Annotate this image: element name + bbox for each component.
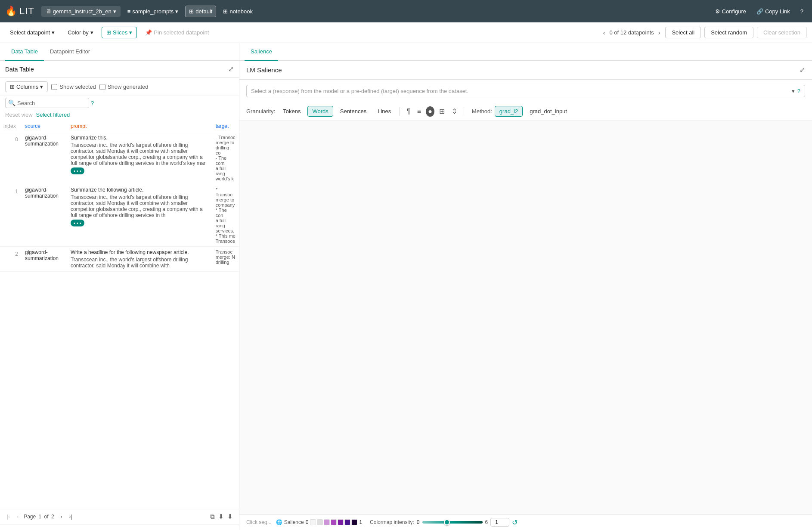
next-page-btn[interactable]: › xyxy=(657,28,662,37)
layout-default-btn[interactable]: ⊞ default xyxy=(185,6,216,17)
search-container: 🔍 xyxy=(5,98,89,108)
prompt-short-0: Summarize this. xyxy=(71,135,209,141)
salience-max: 1 xyxy=(359,519,362,525)
granularity-label: Granularity: xyxy=(246,108,275,115)
cell-target-2: Transoc merge: N drilling xyxy=(212,247,239,272)
last-page-btn[interactable]: ›| xyxy=(68,513,74,521)
salience-content xyxy=(239,121,812,514)
adjust-icon-btn[interactable]: ⇕ xyxy=(449,106,459,117)
gran-sentences-btn[interactable]: Sentences xyxy=(336,106,371,116)
model-icon: 🖥 xyxy=(46,8,51,15)
dropdown-arrow-icon: ▾ xyxy=(792,88,795,94)
table-row[interactable]: 0 gigaword-summarization Summarize this.… xyxy=(0,132,239,184)
more-btn-0[interactable]: • • • xyxy=(71,167,84,174)
show-selected-label: Show selected xyxy=(59,84,96,90)
select-datapoint-label: Select datapoint xyxy=(10,29,50,36)
method-grad-dot-btn[interactable]: grad_dot_input xyxy=(525,106,571,116)
method-grad-l2-btn[interactable]: grad_l2 xyxy=(495,106,523,117)
tab-data-table[interactable]: Data Table xyxy=(5,43,44,61)
cell-source-1: gigaword-summarization xyxy=(22,184,67,247)
grid-icon-btn[interactable]: ⊞ xyxy=(437,106,447,117)
selector-help-icon[interactable]: ? xyxy=(797,88,800,94)
salience-min: 0 xyxy=(306,519,309,525)
cell-prompt-0: Summarize this. Transocean inc., the wor… xyxy=(67,132,212,184)
gran-lines-btn[interactable]: Lines xyxy=(373,106,395,116)
list-icon-btn[interactable]: ≡ xyxy=(415,106,423,117)
dataset-selector[interactable]: ≡ sample_prompts ▾ xyxy=(124,6,182,17)
cell-source-2: gigaword-summarization xyxy=(22,247,67,272)
tab-datapoint-editor[interactable]: Datapoint Editor xyxy=(44,43,96,61)
colormap-value-input[interactable] xyxy=(490,518,509,527)
salience-selector[interactable]: Select a (response) from the model or a … xyxy=(246,85,805,97)
table-row[interactable]: 2 gigaword-summarization Write a headlin… xyxy=(0,247,239,272)
pagination: ‹ 0 of 12 datapoints › xyxy=(601,28,662,37)
data-table-header: Data Table ⤢ xyxy=(0,61,239,78)
salience-label: Salience xyxy=(284,519,304,525)
dataset-label: sample_prompts xyxy=(132,8,174,15)
salience-selector-placeholder: Select a (response) from the model or a … xyxy=(251,88,789,94)
search-input[interactable] xyxy=(17,100,86,106)
first-page-btn[interactable]: |‹ xyxy=(5,513,12,521)
lm-salience-title: LM Salience xyxy=(246,66,800,74)
search-help-icon[interactable]: ? xyxy=(91,100,94,106)
col-index: index xyxy=(0,121,22,132)
colormap-thumb[interactable] xyxy=(444,519,450,525)
show-generated-input[interactable] xyxy=(99,84,105,90)
bottom-bar: Click seg... 🌐 Salience 0 1 xyxy=(239,514,812,530)
data-table-container: Data Table ⤢ ⊞ Columns ▾ Show selected S… xyxy=(0,61,239,530)
copy-link-btn[interactable]: 🔗 Copy Link xyxy=(753,6,793,17)
gran-words-btn[interactable]: Words xyxy=(307,106,333,117)
expand-btn[interactable]: ⤢ xyxy=(228,65,234,73)
show-selected-input[interactable] xyxy=(51,84,57,90)
copy-table-btn[interactable]: ⧉ xyxy=(209,512,216,521)
gran-tokens-btn[interactable]: Tokens xyxy=(279,106,305,116)
horizontal-scrollbar[interactable] xyxy=(0,524,239,530)
paragraph-icon-btn[interactable]: ¶ xyxy=(404,106,412,117)
help-icon: ? xyxy=(800,8,803,15)
download-table-btn[interactable]: ⬇ xyxy=(217,512,225,521)
model-selector[interactable]: 🖥 gemma_instruct_2b_en ▾ xyxy=(41,6,121,17)
clear-selection-btn[interactable]: Clear selection xyxy=(757,27,807,38)
configure-label: Configure xyxy=(722,8,746,15)
more-btn-1[interactable]: • • • xyxy=(71,220,84,226)
clear-selection-label: Clear selection xyxy=(763,29,800,36)
configure-btn[interactable]: ⚙ Configure xyxy=(712,6,750,17)
refresh-btn[interactable]: ↺ xyxy=(512,518,518,527)
pin-icon: 📌 xyxy=(145,29,152,36)
colormap-max: 6 xyxy=(485,519,488,525)
next-page-table-btn[interactable]: › xyxy=(59,513,64,521)
select-filtered-btn[interactable]: Select filtered xyxy=(36,112,70,118)
show-selected-checkbox[interactable]: Show selected xyxy=(51,84,96,90)
colormap-slider[interactable] xyxy=(422,521,483,524)
col-prompt: prompt xyxy=(67,121,212,132)
link-icon: 🔗 xyxy=(756,8,763,15)
scroll-down-btn[interactable]: ⬇ xyxy=(226,512,234,521)
select-filtered-label: Select filtered xyxy=(36,112,70,118)
table-row[interactable]: 1 gigaword-summarization Summarize the f… xyxy=(0,184,239,247)
columns-icon: ⊞ xyxy=(10,84,15,90)
select-all-label: Select all xyxy=(672,29,694,36)
slices-btn[interactable]: ⊞ Slices ▾ xyxy=(102,27,137,38)
tab-salience[interactable]: Salience xyxy=(245,43,278,61)
layout-default-label: default xyxy=(195,8,212,15)
show-generated-checkbox[interactable]: Show generated xyxy=(99,84,149,90)
prev-page-btn[interactable]: ‹ xyxy=(601,28,607,37)
data-table-title: Data Table xyxy=(5,66,228,73)
columns-btn[interactable]: ⊞ Columns ▾ xyxy=(5,81,48,92)
layout-notebook-btn[interactable]: ⊞ notebook xyxy=(220,6,256,17)
color-by-btn[interactable]: Color by ▾ xyxy=(63,27,98,38)
prev-page-btn[interactable]: ‹ xyxy=(15,513,20,521)
select-all-btn[interactable]: Select all xyxy=(665,27,701,38)
help-btn[interactable]: ? xyxy=(797,6,807,17)
circle-icon-btn[interactable]: ● xyxy=(426,106,434,117)
select-datapoint-btn[interactable]: Select datapoint ▾ xyxy=(5,27,59,38)
right-panel-content: LM Salience ⤢ Select a (response) from t… xyxy=(239,61,812,530)
reset-view-btn[interactable]: Reset view xyxy=(5,112,33,118)
colormap-label: Colormap intensity: xyxy=(370,519,414,525)
pin-selected-btn[interactable]: 📌 Pin selected datapoint xyxy=(140,27,214,38)
select-random-btn[interactable]: Select random xyxy=(704,27,753,38)
legend-gradient xyxy=(310,519,357,525)
app-title: LIT xyxy=(19,6,34,17)
right-expand-btn[interactable]: ⤢ xyxy=(800,66,805,74)
pin-selected-label: Pin selected datapoint xyxy=(154,29,209,36)
